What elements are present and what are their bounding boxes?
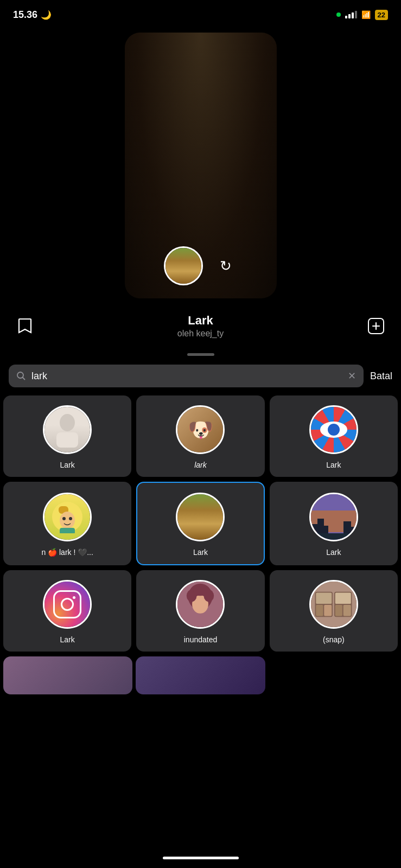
filter-author: oleh keej_ty — [177, 329, 224, 339]
snap-svg — [311, 580, 357, 629]
grid-item-4[interactable]: Lark — [136, 482, 264, 565]
svg-rect-26 — [316, 593, 332, 604]
status-right: 📶 22 — [336, 10, 388, 20]
filter-name: Lark — [177, 314, 224, 328]
wheat-avatar — [177, 494, 223, 540]
filter-avatar-1: 🐶 — [176, 405, 225, 454]
preview-wheat-avatar — [166, 248, 201, 284]
add-button[interactable] — [366, 316, 386, 336]
signal-bar-3 — [352, 12, 354, 18]
filter-avatar-5 — [309, 493, 358, 541]
status-bar: 15.36 🌙 📶 22 — [0, 0, 401, 27]
insta-avatar — [44, 582, 90, 627]
eye-pupil — [328, 424, 340, 436]
signal-bar-1 — [345, 16, 347, 18]
grid-label-7: inundated — [184, 635, 218, 644]
grid-item-6[interactable]: Lark — [3, 570, 131, 652]
preview-avatar — [164, 246, 203, 285]
preview-bottom-row: ↻ — [164, 246, 238, 285]
svg-point-6 — [60, 512, 75, 529]
partial-row — [0, 653, 401, 738]
handle-bar — [187, 353, 214, 356]
add-icon — [368, 318, 384, 334]
grid-item-5[interactable]: Lark — [270, 482, 398, 565]
bookmark-icon — [18, 318, 32, 334]
filter-avatar-0 — [43, 405, 92, 454]
search-input[interactable] — [31, 371, 342, 382]
title-area: Lark oleh keej_ty — [0, 304, 401, 344]
battery-indicator: 22 — [375, 10, 388, 20]
signal-bars — [345, 11, 357, 18]
battery-level: 22 — [378, 11, 385, 19]
grid-item-3[interactable]: n 🍎 lark ! 🖤... — [3, 482, 131, 565]
grid-label-2: Lark — [326, 461, 341, 469]
eye-white — [320, 422, 347, 438]
svg-point-23 — [193, 585, 207, 596]
filter-avatar-2 — [309, 405, 358, 454]
sunset-svg — [311, 494, 358, 541]
svg-point-8 — [69, 517, 72, 520]
hair-svg — [177, 580, 223, 629]
dog-emoji: 🐶 — [188, 418, 213, 442]
insta-dot — [73, 596, 75, 599]
eye-avatar — [311, 407, 357, 452]
preview-card: ↻ — [125, 33, 277, 298]
svg-rect-27 — [316, 605, 323, 616]
cartoon-avatar — [44, 494, 90, 540]
grid-item-1[interactable]: 🐶 lark — [136, 395, 264, 477]
home-indicator — [163, 857, 239, 859]
bottom-bar — [0, 850, 401, 868]
insta-circle — [61, 598, 74, 611]
search-field[interactable]: ✕ — [9, 365, 364, 387]
search-row: ✕ Batal — [0, 358, 401, 394]
person-avatar — [44, 407, 90, 452]
time-display: 15.36 — [13, 9, 37, 21]
grid-label-6: Lark — [60, 635, 75, 644]
grid-item-2[interactable]: Lark — [270, 395, 398, 477]
svg-point-2 — [60, 414, 75, 431]
partial-item-1[interactable] — [3, 656, 132, 694]
svg-rect-30 — [335, 593, 351, 604]
wifi-icon: 📶 — [361, 10, 371, 19]
svg-rect-32 — [343, 605, 351, 616]
moon-icon: 🌙 — [41, 10, 52, 20]
grid-label-1: lark — [194, 461, 207, 469]
search-icon — [16, 371, 26, 381]
svg-rect-17 — [311, 533, 358, 541]
grid-item-7[interactable]: inundated — [136, 570, 264, 652]
svg-point-7 — [62, 517, 66, 520]
bookmark-button[interactable] — [15, 316, 35, 336]
grid-item-0[interactable]: Lark — [3, 395, 131, 477]
grid-label-0: Lark — [60, 461, 75, 469]
grid-label-8: (snap) — [323, 635, 345, 644]
insta-icon-border — [53, 590, 81, 618]
filter-avatar-7 — [176, 580, 225, 629]
signal-bar-2 — [348, 14, 351, 18]
cancel-button[interactable]: Batal — [370, 371, 392, 382]
svg-rect-9 — [60, 528, 75, 533]
grid-label-3: n 🍎 lark ! 🖤... — [41, 548, 93, 557]
grid-item-8[interactable]: (snap) — [270, 570, 398, 652]
filter-avatar-3 — [43, 493, 92, 541]
svg-rect-28 — [324, 605, 332, 616]
svg-rect-16 — [350, 527, 358, 541]
clear-button[interactable]: ✕ — [348, 370, 356, 382]
status-time: 15.36 🌙 — [13, 9, 52, 21]
svg-rect-31 — [335, 605, 342, 616]
sheet-handle — [0, 344, 401, 358]
filter-title-block: Lark oleh keej_ty — [177, 314, 224, 339]
filter-avatar-4 — [176, 493, 225, 541]
svg-rect-15 — [343, 521, 351, 541]
snap-avatar — [311, 582, 357, 627]
dog-avatar: 🐶 — [177, 407, 223, 452]
signal-dot — [336, 12, 341, 17]
sunset-avatar — [311, 494, 357, 540]
filter-grid: Lark 🐶 lark Lark — [0, 394, 401, 653]
filter-avatar-8 — [309, 580, 358, 629]
grid-label-4: Lark — [193, 548, 208, 557]
refresh-button[interactable]: ↻ — [214, 254, 238, 278]
person-svg — [51, 411, 84, 449]
partial-item-2[interactable] — [136, 656, 265, 694]
cartoon-svg — [51, 501, 84, 533]
signal-bar-4 — [355, 11, 357, 18]
